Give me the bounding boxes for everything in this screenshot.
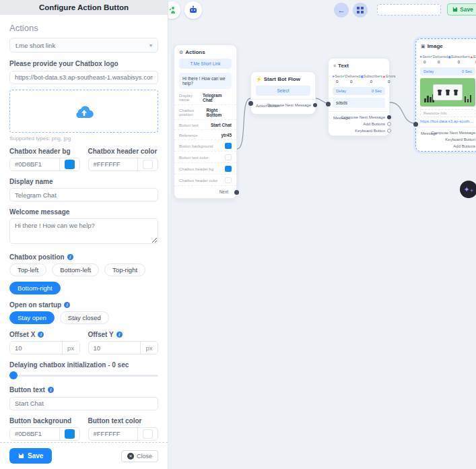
logo-url-input[interactable] [9,71,158,84]
undo-button[interactable]: ← [334,3,349,18]
startup-option-stay-open[interactable]: Stay open [9,311,55,324]
output-port[interactable] [387,115,391,119]
position-label: Chatbox position i [9,253,158,261]
logo-label: Please provide your Chatbox logo [9,60,158,67]
actions-node[interactable]: ⚙ Actions T.Me Short Link Hi there ! How… [174,44,237,199]
delay-slider[interactable] [9,371,158,379]
flow-title-input[interactable] [377,4,441,15]
button-bg-group [9,427,80,441]
button-bg-label: Button background [9,417,80,425]
info-icon: i [38,332,44,338]
text-node-title: Text [338,63,349,69]
node-row: Chatbox position Right Bottom [174,105,236,120]
input-port[interactable] [326,102,331,106]
bot-button[interactable] [184,1,202,19]
close-icon: ✕ [127,453,134,460]
actions-node-title: Actions [185,49,205,55]
output-port[interactable] [387,129,391,133]
flow-save-button[interactable]: Save [447,3,476,15]
header-bg-input[interactable] [10,158,59,170]
header-color-input[interactable] [89,158,138,170]
output-port[interactable] [387,122,391,126]
delay-label: Delaying chatbox initialization - 0 sec [9,361,158,369]
fit-view-button[interactable] [353,3,368,18]
sparkles-icon: ✦₊ [463,185,473,194]
color-swatch [225,166,232,172]
port-row: Keyboard Button [445,137,475,142]
image-icon: ▣ [421,44,426,49]
button-text-input[interactable] [9,397,158,410]
offset-x-unit: px [62,342,79,354]
button-text-color-input[interactable] [89,428,138,440]
agent-button[interactable] [168,1,180,19]
save-icon [18,453,24,459]
lightning-icon: ⚡ [256,77,262,82]
output-port[interactable] [313,103,317,107]
actions-node-action-pill[interactable]: T.Me Short Link [179,59,232,69]
actions-section-title: Actions [9,23,158,33]
button-text-color-label: Button text color [88,417,159,425]
position-option-top-right[interactable]: Top-right [104,263,145,276]
resource-info-label: Resource Info [420,109,475,117]
start-node-title: Start Bot Flow [264,76,300,82]
start-bot-flow-node[interactable]: ⚡ Start Bot Flow Select Action Button Co… [250,71,316,115]
button-text-label: Button text i [9,386,158,394]
info-icon: i [67,254,73,260]
message-port-label: Message [333,116,349,120]
panel-footer: Save ✕ Close [0,442,168,469]
save-button[interactable]: Save [9,448,52,464]
display-name-input[interactable] [9,188,158,201]
image-node-stats: ➤Sent0 ✔Delivered0 ◉Subscribers0 ▲Errors… [416,52,476,65]
position-option-bottom-right[interactable]: Bottom-right [9,282,61,294]
text-node-content[interactable]: sdsds [333,98,385,108]
robot-icon [189,5,198,15]
port-row: Compose Next Message [431,131,475,135]
offset-y-label: Offset Y i [88,331,159,338]
logo-upload-dropzone[interactable] [9,90,158,133]
header-color-swatch[interactable] [137,158,158,170]
color-swatch [225,143,232,149]
image-preview[interactable] [420,78,475,106]
button-bg-input[interactable] [10,428,59,440]
flow-canvas[interactable]: ← Save ✦₊ ⚙ Actions T.Me Short Link Hi t… [168,0,476,469]
close-button[interactable]: ✕ Close [121,450,158,462]
actions-select[interactable]: t.me short link ▾ [9,38,158,53]
offset-x-input[interactable] [10,342,62,354]
offset-y-group: px [88,341,159,354]
tshirt-chart-thumbnail [433,84,463,100]
start-node-select-button[interactable]: Select [256,86,310,96]
config-panel: Configure Action Button Actions t.me sho… [0,0,168,469]
port-row: Add Buttons [453,144,475,148]
action-button-port-label: Action Button [256,104,280,108]
input-port[interactable] [248,101,253,106]
node-row: Button text color [174,152,236,163]
button-bg-swatch[interactable] [59,428,79,440]
text-node-delay[interactable]: Delay 0 Sec [333,87,385,95]
input-port[interactable] [413,122,418,127]
panel-header: Configure Action Button [0,0,168,15]
node-row: Chatbox header color [174,175,236,186]
slider-thumb[interactable] [9,371,18,379]
button-text-color-swatch[interactable] [137,428,158,440]
text-node[interactable]: ≡ Text ➤Sent0 ✔Delivered0 ◉Subscribers0 … [328,58,390,136]
cloud-upload-icon [74,104,94,119]
image-node[interactable]: ▣ Image ➤Sent0 ✔Delivered0 ◉Subscribers0… [415,38,476,152]
welcome-message-textarea[interactable]: Hi there ! How can we help? [9,218,158,244]
info-icon: i [64,302,70,308]
ai-assistant-button[interactable]: ✦₊ [460,181,476,198]
image-node-delay[interactable]: Delay 0 Sec [420,67,475,75]
position-option-bottom-left[interactable]: Bottom-left [52,263,99,276]
startup-option-stay-closed[interactable]: Stay closed [60,311,109,324]
node-row: Display name Telegram Chat [174,90,236,105]
resource-link[interactable]: https://bot-data.s3.ap-southeast-1.wasab… [420,119,475,123]
header-color-label: Chatbox header color [88,148,159,155]
header-bg-swatch[interactable] [59,158,79,170]
grid-icon [357,7,364,13]
message-port-label: Message [421,131,437,135]
text-lines-icon: ≡ [333,63,336,68]
next-port[interactable] [234,190,239,195]
actions-node-message: Hi there ! How can we help? [179,73,232,89]
offset-y-input[interactable] [89,342,141,354]
position-option-top-left[interactable]: Top-left [9,263,46,276]
header-color-group [88,158,159,171]
